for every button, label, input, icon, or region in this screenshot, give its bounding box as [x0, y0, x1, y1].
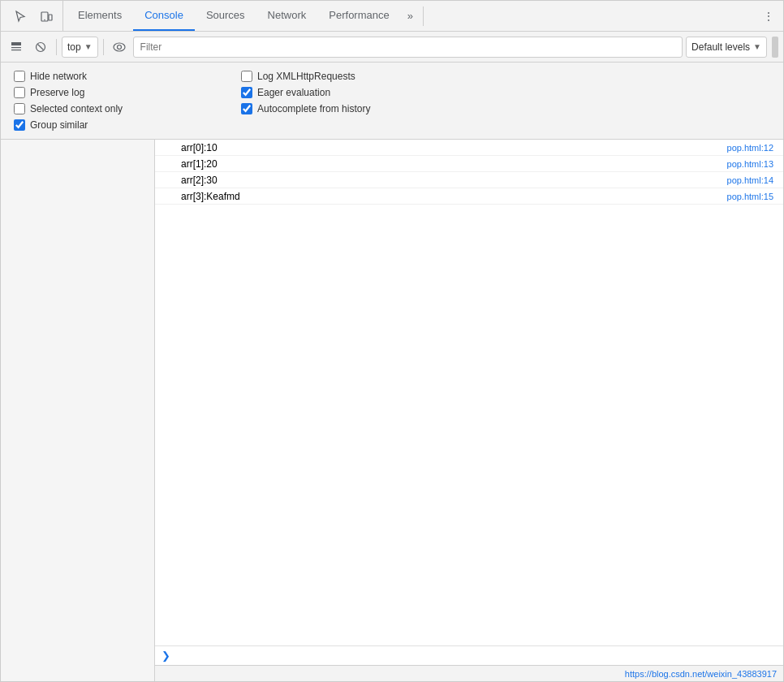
context-selector[interactable]: top ▼: [62, 37, 98, 58]
autocomplete-input[interactable]: [241, 103, 252, 114]
toolbar-sep-2: [103, 39, 104, 55]
table-row: arr[0]:10pop.html:12: [155, 140, 783, 156]
main-area: arr[0]:10pop.html:12arr[1]:20pop.html:13…: [1, 140, 783, 681]
more-options-button[interactable]: ⋮: [757, 5, 780, 28]
selected-context-input[interactable]: [14, 103, 25, 114]
svg-line-7: [38, 44, 44, 50]
console-input-area: ❯: [155, 645, 783, 665]
tab-sources[interactable]: Sources: [195, 1, 256, 31]
table-row: arr[1]:20pop.html:13: [155, 156, 783, 172]
settings-row-2: Preserve log Eager evaluation: [14, 87, 770, 98]
status-bar: https://blog.csdn.net/weixin_43883917: [155, 665, 783, 681]
console-panel: arr[0]:10pop.html:12arr[1]:20pop.html:13…: [155, 140, 783, 681]
console-row-value: arr[0]:10: [181, 142, 727, 153]
hide-network-checkbox[interactable]: Hide network: [14, 71, 241, 82]
tab-performance[interactable]: Performance: [317, 1, 400, 31]
console-row-link[interactable]: pop.html:12: [727, 143, 773, 153]
console-row-value: arr[2]:30: [181, 175, 727, 186]
table-row: arr[2]:30pop.html:14: [155, 172, 783, 188]
console-row-link[interactable]: pop.html:14: [727, 175, 773, 185]
svg-point-2: [44, 19, 45, 20]
table-row: arr[3]:Keafmdpop.html:15: [155, 188, 783, 205]
eager-eval-checkbox[interactable]: Eager evaluation: [241, 87, 468, 98]
log-xmlhttp-checkbox[interactable]: Log XMLHttpRequests: [241, 71, 468, 82]
group-similar-checkbox[interactable]: Group similar: [14, 119, 241, 131]
tab-bar: Elements Console Sources Network Perform…: [1, 1, 783, 32]
autocomplete-checkbox[interactable]: Autocomplete from history: [241, 103, 468, 114]
svg-point-8: [114, 43, 125, 51]
selected-context-checkbox[interactable]: Selected context only: [14, 103, 241, 114]
svg-rect-3: [11, 42, 21, 45]
scrollbar-indicator: [772, 37, 778, 58]
devtools-window: Elements Console Sources Network Perform…: [0, 0, 784, 682]
live-expression-button[interactable]: [109, 37, 130, 58]
settings-row-4: Group similar: [14, 119, 770, 131]
log-xmlhttp-input[interactable]: [241, 71, 252, 82]
devtools-icons: [4, 1, 63, 31]
svg-rect-4: [11, 47, 21, 48]
svg-rect-5: [11, 50, 21, 50]
settings-row-3: Selected context only Autocomplete from …: [14, 103, 770, 114]
tab-elements[interactable]: Elements: [67, 1, 133, 31]
svg-point-9: [117, 45, 121, 49]
console-row-link[interactable]: pop.html:13: [727, 159, 773, 169]
preserve-log-checkbox[interactable]: Preserve log: [14, 87, 241, 98]
clear-console-button[interactable]: [30, 37, 51, 58]
settings-row-1: Hide network Log XMLHttpRequests: [14, 71, 770, 82]
preserve-log-input[interactable]: [14, 87, 25, 98]
console-row-link[interactable]: pop.html:15: [727, 192, 773, 201]
console-input[interactable]: [175, 650, 777, 662]
status-url: https://blog.csdn.net/weixin_43883917: [625, 669, 777, 679]
tab-network[interactable]: Network: [256, 1, 318, 31]
inspect-element-button[interactable]: [9, 5, 32, 28]
group-similar-input[interactable]: [14, 119, 25, 131]
console-output[interactable]: arr[0]:10pop.html:12arr[1]:20pop.html:13…: [155, 140, 783, 645]
device-toolbar-button[interactable]: [35, 5, 58, 28]
console-row-value: arr[1]:20: [181, 158, 727, 170]
console-toolbar: top ▼ Default levels ▼: [1, 32, 783, 63]
hide-network-input[interactable]: [14, 71, 25, 82]
console-row-value: arr[3]:Keafmd: [181, 191, 727, 202]
console-prompt-icon: ❯: [162, 650, 170, 662]
left-sidebar: [1, 140, 155, 681]
svg-rect-1: [49, 15, 52, 20]
tab-bar-separator: [423, 6, 424, 26]
filter-input[interactable]: [133, 37, 683, 58]
tab-bar-end-icons: ⋮: [757, 5, 780, 28]
tab-console[interactable]: Console: [133, 1, 195, 31]
open-drawer-button[interactable]: [6, 37, 27, 58]
default-levels-button[interactable]: Default levels ▼: [686, 37, 767, 58]
toolbar-sep-1: [56, 39, 57, 55]
eager-eval-input[interactable]: [241, 87, 252, 98]
more-tabs-button[interactable]: »: [401, 1, 420, 31]
console-settings-panel: Hide network Log XMLHttpRequests Preserv…: [1, 63, 783, 140]
